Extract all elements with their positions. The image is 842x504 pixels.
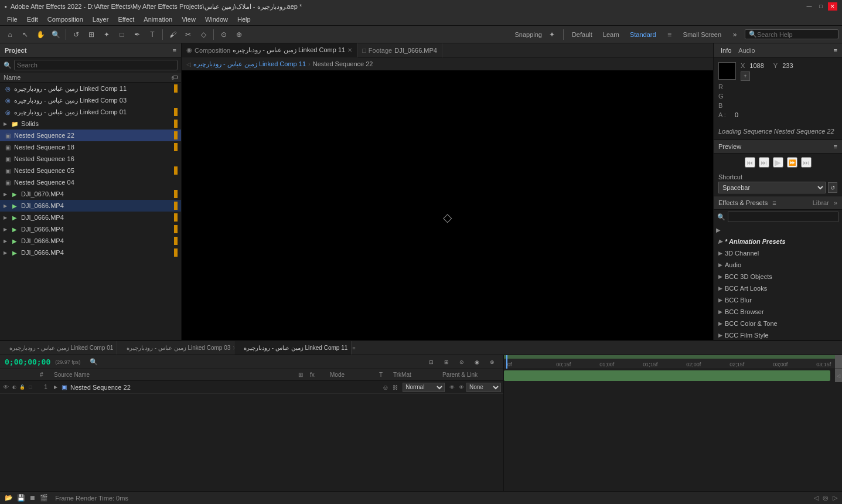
status-icon-2[interactable]: 💾 (17, 494, 25, 501)
puppet-tool[interactable]: ⊕ (233, 28, 246, 41)
project-item-dji-0670[interactable]: ▶ ▶ DJI_0670.MP4 (0, 188, 181, 200)
project-item-nested-22[interactable]: ▣ Nested Sequence 22 (0, 130, 181, 141)
menu-effect[interactable]: Effect (113, 15, 139, 24)
camera-tool[interactable]: ⊞ (85, 28, 98, 41)
solo-icon[interactable]: ◐ (11, 384, 18, 391)
effects-item-bcc-3d-objects[interactable]: ▶ BCC 3D Objects (714, 271, 842, 282)
clone-tool[interactable]: ✂ (182, 28, 195, 41)
maximize-button[interactable]: □ (816, 2, 826, 11)
trkmat-select[interactable]: None (466, 383, 501, 392)
timeline-timecode[interactable]: 0;00;00;00 (5, 357, 50, 366)
shape-tool-rect[interactable]: □ (115, 28, 128, 41)
effects-menu[interactable]: ≡ (772, 199, 776, 206)
timeline-tool-5[interactable]: ⊗ (486, 356, 499, 369)
preview-menu[interactable]: ≡ (834, 143, 837, 150)
layer-mode-select[interactable]: Normal (403, 383, 445, 392)
project-item-dji-0666-selected[interactable]: ▶ ▶ DJI_0666.MP4 (0, 200, 181, 212)
preview-play-btn[interactable]: ▶ (773, 157, 783, 168)
effects-overflow[interactable]: » (834, 199, 837, 206)
workspace-overflow[interactable]: » (728, 28, 741, 41)
solo-btn[interactable]: ◎ (383, 384, 388, 390)
project-item-linked-comp-11[interactable]: ◎ زمین عباس - رودبارچیره Linked Comp 11 (0, 83, 181, 94)
label-icon[interactable]: □ (27, 384, 34, 391)
project-item-dji-0666-2[interactable]: ▶ ▶ DJI_0666.MP4 (0, 212, 181, 223)
lock-icon[interactable]: 🔒 (19, 384, 26, 391)
minimize-button[interactable]: — (804, 2, 814, 11)
menu-animation[interactable]: Animation (139, 15, 177, 24)
menu-layer[interactable]: Layer (88, 15, 114, 24)
timeline-scroll-mid[interactable]: ◎ (823, 494, 829, 501)
timeline-tab-comp-11[interactable]: زمین عباس - رودبارچیره Linked Comp 11 ≡ (234, 341, 352, 355)
eyedropper-btn[interactable]: + (741, 71, 750, 81)
status-icon-1[interactable]: 📂 (5, 494, 13, 501)
roto-tool[interactable]: ⊙ (217, 28, 230, 41)
playhead[interactable] (506, 355, 507, 369)
snapping-toggle[interactable]: ✦ (546, 28, 558, 41)
project-item-dji-0666-3[interactable]: ▶ ▶ DJI_0666.MP4 (0, 223, 181, 235)
project-item-nested-16[interactable]: ▣ Nested Sequence 16 (0, 153, 181, 165)
menu-view[interactable]: View (177, 15, 200, 24)
project-item-solids[interactable]: ▶ 📁 Solids (0, 118, 181, 130)
track-bar-nested-22[interactable] (504, 370, 830, 381)
workspace-menu[interactable]: ≡ (663, 28, 676, 41)
timeline-tab-comp-01[interactable]: زمین عباس - رودبارچیره Linked Comp 01 (0, 341, 117, 355)
project-item-nested-04[interactable]: ▣ Nested Sequence 04 (0, 176, 181, 188)
pen-tool[interactable]: ✒ (131, 28, 144, 41)
tab-close[interactable]: ✕ (347, 47, 352, 53)
preview-next-btn[interactable]: ⏩ (787, 157, 797, 168)
workspace-standard[interactable]: Standard (626, 30, 660, 39)
preview-prev-btn[interactable]: ⏭ (759, 157, 769, 168)
expand-layer-icon[interactable]: ▶ (54, 384, 57, 390)
breadcrumb-comp[interactable]: زمین عباس - رودبارچیره Linked Comp 11 (193, 60, 306, 68)
work-area-bar[interactable] (504, 355, 842, 359)
project-search-input[interactable] (14, 60, 178, 70)
timeline-tool-3[interactable]: ⊙ (455, 356, 468, 369)
project-item-dji-0666-4[interactable]: ▶ ▶ DJI_0666.MP4 (0, 235, 181, 247)
rotation-tool[interactable]: ↺ (70, 28, 83, 41)
close-button[interactable]: ✕ (828, 2, 837, 11)
hand-tool[interactable]: ✋ (34, 28, 47, 41)
viewer-tab-comp-11[interactable]: ◉ Composition زمین عباس - رودبارچیره Lin… (182, 43, 357, 57)
project-menu-icon[interactable]: ≡ (173, 47, 176, 54)
project-item-linked-comp-03[interactable]: ◎ زمین عباس - رودبارچیره Linked Comp 03 (0, 94, 181, 106)
timeline-tool-4[interactable]: ◉ (471, 356, 483, 369)
viewer-tab-footage[interactable]: □ Footage DJI_0666.MP4 (357, 43, 442, 57)
menu-composition[interactable]: Composition (43, 15, 88, 24)
shortcut-select[interactable]: Spacebar (718, 182, 826, 193)
workspace-learn[interactable]: Learn (599, 30, 623, 39)
project-item-linked-comp-01[interactable]: ◎ زمین عباس - رودبارچیره Linked Comp 01 (0, 106, 181, 118)
workspace-small-screen[interactable]: Small Screen (680, 30, 725, 39)
tab-audio[interactable]: Audio (736, 47, 757, 54)
panel-menu[interactable]: ≡ (834, 47, 837, 54)
tab-info[interactable]: Info (718, 47, 734, 54)
select-tool[interactable]: ↖ (19, 28, 32, 41)
eraser-tool[interactable]: ◇ (197, 28, 210, 41)
effects-search-input[interactable] (728, 212, 838, 222)
project-item-dji-0666-5[interactable]: ▶ ▶ DJI_0666.MP4 (0, 247, 181, 258)
link-btn[interactable]: ⛓ (393, 384, 398, 390)
effects-expand-all[interactable]: ▶ (714, 224, 842, 236)
preview-last-btn[interactable]: ⏭ (801, 157, 812, 168)
effects-item-3d-channel[interactable]: ▶ 3D Channel (714, 247, 842, 259)
effects-item-bcc-film-style[interactable]: ▶ BCC Film Style (714, 329, 842, 341)
anchor-tool[interactable]: ✦ (100, 28, 113, 41)
timeline-tab-comp-03[interactable]: زمین عباس - رودبارچیره Linked Comp 03 ✕ (117, 341, 234, 355)
effects-item-bcc-browser[interactable]: ▶ BCC Browser (714, 306, 842, 318)
library-tab[interactable]: Librar (813, 199, 829, 206)
effects-item-audio[interactable]: ▶ Audio (714, 259, 842, 271)
timeline-scroll-left[interactable]: ◁ (814, 494, 819, 501)
preview-first-btn[interactable]: ⏮ (745, 157, 755, 168)
back-arrow[interactable]: ◁ (186, 61, 191, 67)
search-input[interactable] (757, 31, 833, 38)
brush-tool[interactable]: 🖌 (166, 28, 179, 41)
timeline-scroll-right[interactable]: ▷ (833, 494, 837, 501)
text-tool[interactable]: T (146, 28, 159, 41)
project-item-nested-05[interactable]: ▣ Nested Sequence 05 (0, 165, 181, 176)
status-icon-3[interactable]: ⏹ (29, 494, 36, 501)
effects-item-animation-presets[interactable]: ▶ * Animation Presets (714, 236, 842, 247)
effects-item-bcc-art-looks[interactable]: ▶ BCC Art Looks (714, 282, 842, 294)
track-right-btn[interactable]: ◁ (835, 369, 842, 382)
status-icon-4[interactable]: 🎬 (40, 494, 48, 501)
zoom-tool[interactable]: 🔍 (49, 28, 62, 41)
effects-item-bcc-blur[interactable]: ▶ BCC Blur (714, 294, 842, 306)
